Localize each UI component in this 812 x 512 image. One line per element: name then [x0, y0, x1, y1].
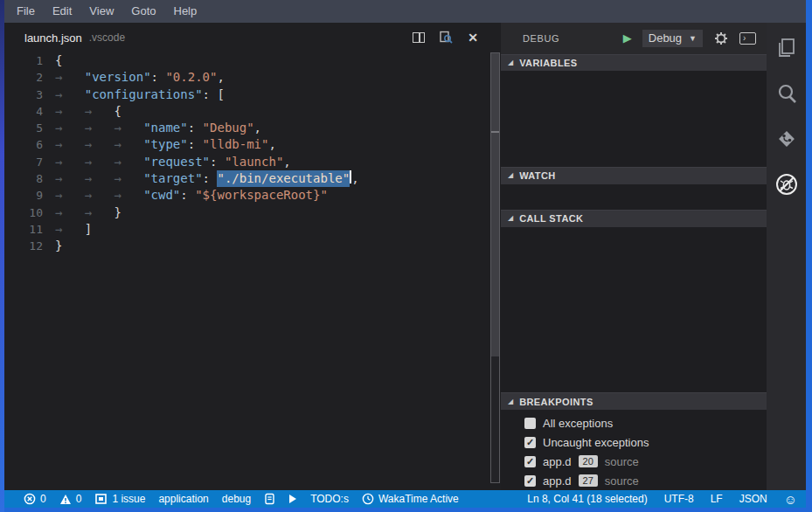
- code-token: :: [210, 154, 225, 170]
- code-token: →: [55, 136, 85, 153]
- build-config-label: application: [158, 493, 208, 505]
- code-token: ,: [217, 69, 224, 86]
- debug-panel: DEBUG ▶ Debug ▼: [501, 23, 767, 490]
- line-number[interactable]: 2: [4, 69, 43, 86]
- section-watch-label: WATCH: [519, 170, 556, 181]
- line-number[interactable]: 4: [4, 103, 43, 120]
- code-token: }: [55, 238, 62, 254]
- code-line[interactable]: 9→ → → "cwd": "${workspaceRoot}": [4, 187, 489, 204]
- error-count[interactable]: 0: [24, 493, 46, 505]
- open-preview-button[interactable]: [438, 31, 454, 45]
- code-line[interactable]: 4→ → {: [4, 103, 489, 120]
- explorer-icon[interactable]: [774, 35, 800, 61]
- scrollbar-track[interactable]: [490, 52, 500, 483]
- tab-filename[interactable]: launch.json: [24, 31, 82, 45]
- code-line[interactable]: 8→ → → "target": "./bin/executable",: [4, 170, 489, 187]
- source-control-icon[interactable]: [774, 126, 800, 152]
- split-editor-button[interactable]: [411, 31, 427, 45]
- line-number[interactable]: 10: [4, 204, 43, 221]
- eol-label: LF: [711, 493, 723, 505]
- code-token: :: [180, 187, 195, 204]
- checkbox[interactable]: ✓: [524, 437, 536, 448]
- code-line[interactable]: 12}: [4, 238, 489, 254]
- section-breakpoints-label: BREAKPOINTS: [519, 397, 593, 407]
- breakpoint-row[interactable]: All exceptions: [501, 413, 767, 432]
- code-line[interactable]: 7→ → → "request": "launch",: [4, 154, 489, 170]
- code-token: →: [55, 86, 85, 103]
- status-bar: 0 0 1 issue application: [4, 490, 806, 508]
- line-number-badge: 27: [579, 474, 598, 487]
- breakpoint-row[interactable]: ✓ app.d 20 source: [501, 452, 767, 471]
- scrollbar-thumb[interactable]: [491, 53, 499, 356]
- line-number[interactable]: 9: [4, 187, 43, 204]
- watch-content: [501, 184, 767, 211]
- code-line[interactable]: 2→ "version": "0.2.0",: [4, 69, 489, 86]
- code-token: ,: [351, 170, 358, 187]
- code-token: →: [85, 170, 115, 187]
- debug-icon[interactable]: [774, 171, 800, 197]
- code-lines[interactable]: 1{2→ "version": "0.2.0",3→ "configuratio…: [4, 52, 489, 255]
- code-token: →: [85, 154, 115, 170]
- code-token: "launch": [225, 154, 283, 170]
- menu-edit[interactable]: Edit: [44, 0, 80, 23]
- breakpoint-row[interactable]: ✓ app.d 27 source: [501, 471, 767, 490]
- menu-view[interactable]: View: [80, 0, 122, 23]
- line-number[interactable]: 8: [4, 170, 43, 187]
- section-breakpoints[interactable]: ◢ BREAKPOINTS: [501, 392, 767, 410]
- line-number[interactable]: 7: [4, 154, 43, 170]
- code-line[interactable]: 10→ → }: [4, 204, 489, 221]
- debug-console-icon[interactable]: ›: [739, 32, 756, 45]
- code-token: →: [55, 69, 85, 86]
- code-token: [: [217, 86, 224, 103]
- search-icon[interactable]: [774, 80, 800, 107]
- checkbox[interactable]: ✓: [524, 456, 536, 467]
- debug-config-dropdown[interactable]: Debug ▼: [642, 30, 703, 47]
- code-line[interactable]: 1{: [4, 52, 489, 69]
- error-count-value: 0: [40, 493, 46, 505]
- debug-panel-title: DEBUG: [523, 33, 559, 44]
- build-mode-item[interactable]: debug: [222, 493, 251, 505]
- menu-help[interactable]: Help: [165, 0, 206, 23]
- code-line[interactable]: 11→ ]: [4, 221, 489, 238]
- feedback-item[interactable]: ☺: [784, 493, 797, 506]
- checkbox[interactable]: ✓: [524, 475, 536, 487]
- close-editor-button[interactable]: ✕: [465, 31, 481, 45]
- start-debug-button[interactable]: ▶: [623, 31, 632, 45]
- section-watch[interactable]: ◢ WATCH: [501, 167, 767, 184]
- code-token: ,: [283, 154, 290, 170]
- cursor-position-item[interactable]: Ln 8, Col 41 (18 selected): [527, 493, 647, 505]
- line-number[interactable]: 6: [4, 136, 43, 153]
- debug-config-value: Debug: [649, 31, 682, 45]
- code-token: ]: [85, 221, 92, 238]
- line-number[interactable]: 5: [4, 120, 43, 136]
- section-variables[interactable]: ◢ VARIABLES: [501, 54, 767, 72]
- issues-item[interactable]: 1 issue: [94, 493, 145, 505]
- eol-item[interactable]: LF: [711, 493, 723, 505]
- code-line[interactable]: 5→ → → "name": "Debug",: [4, 120, 489, 136]
- close-icon: ✕: [468, 31, 478, 45]
- breakpoint-row[interactable]: ✓ Uncaught exceptions: [501, 432, 767, 452]
- wakatime-item[interactable]: WakaTime Active: [362, 493, 459, 505]
- build-config-item[interactable]: application: [158, 493, 208, 505]
- issues-label: 1 issue: [112, 493, 145, 505]
- checkbox[interactable]: [524, 418, 536, 429]
- line-number[interactable]: 11: [4, 221, 43, 238]
- language-mode-item[interactable]: JSON: [739, 493, 767, 505]
- code-token: →: [55, 204, 85, 221]
- menu-file[interactable]: File: [8, 0, 44, 23]
- line-number[interactable]: 3: [4, 86, 43, 103]
- encoding-item[interactable]: UTF-8: [664, 493, 694, 505]
- menu-goto[interactable]: Goto: [122, 0, 164, 23]
- code-line[interactable]: 3→ "configurations": [: [4, 86, 489, 103]
- code-line[interactable]: 6→ → → "type": "lldb-mi",: [4, 136, 489, 153]
- section-call-stack[interactable]: ◢ CALL STACK: [501, 210, 767, 227]
- warning-count[interactable]: 0: [59, 493, 82, 505]
- document-item[interactable]: [264, 493, 275, 505]
- todo-item[interactable]: TODO:s: [310, 493, 349, 505]
- code-token: "version": [85, 69, 151, 86]
- run-item[interactable]: [288, 494, 297, 504]
- breakpoint-label: All exceptions: [543, 417, 613, 430]
- line-number[interactable]: 12: [4, 238, 43, 254]
- configure-button[interactable]: [713, 31, 729, 45]
- line-number[interactable]: 1: [4, 52, 43, 69]
